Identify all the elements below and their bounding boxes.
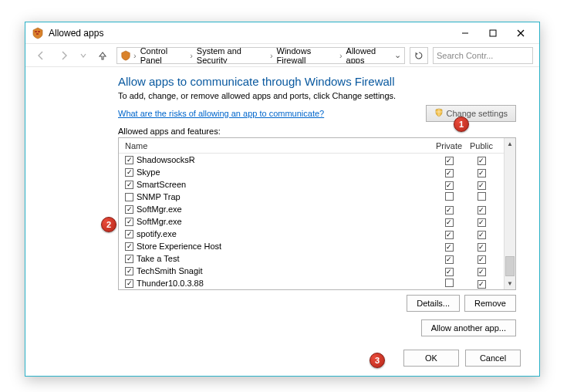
firewall-icon <box>32 27 44 39</box>
chevron-down-icon[interactable]: ⌄ <box>394 50 401 60</box>
private-checkbox[interactable]: ✓ <box>445 218 454 227</box>
app-name: Store Experience Host <box>137 242 221 251</box>
column-public[interactable]: Public <box>465 141 498 150</box>
row-enable-checkbox[interactable]: ✓ <box>125 156 133 164</box>
ok-button[interactable]: OK <box>403 350 459 367</box>
app-name: SNMP Trap <box>137 192 181 201</box>
change-settings-button[interactable]: Change settings <box>426 105 517 122</box>
forward-button[interactable] <box>55 47 73 64</box>
row-enable-checkbox[interactable]: ✓ <box>125 230 133 238</box>
public-checkbox[interactable]: ✓ <box>478 206 486 215</box>
public-checkbox[interactable]: ✓ <box>478 255 486 264</box>
public-checkbox[interactable]: ✓ <box>478 181 486 190</box>
recent-locations[interactable] <box>78 47 89 64</box>
row-enable-checkbox[interactable]: ✓ <box>125 168 133 177</box>
scroll-up-icon[interactable]: ▲ <box>505 138 515 150</box>
private-checkbox[interactable]: ✓ <box>445 157 454 165</box>
scrollbar[interactable]: ▲ ▼ <box>504 138 515 289</box>
breadcrumb[interactable]: Windows Firewall <box>275 47 337 64</box>
row-enable-checkbox[interactable]: ✓ <box>125 255 133 263</box>
scrollbar-thumb[interactable] <box>505 256 515 276</box>
remove-button[interactable]: Remove <box>464 295 516 312</box>
private-checkbox[interactable]: ✓ <box>445 169 454 177</box>
private-checkbox[interactable] <box>445 279 454 287</box>
refresh-button[interactable] <box>410 47 428 64</box>
table-row[interactable]: ✓SmartScreen✓✓ <box>119 178 504 191</box>
risks-link[interactable]: What are the risks of allowing an app to… <box>118 109 324 118</box>
minimize-button[interactable] <box>451 24 479 42</box>
maximize-button[interactable] <box>479 24 507 42</box>
apps-list: Name Private Public ✓ShadowsocksR✓✓✓Skyp… <box>118 137 516 290</box>
table-row[interactable]: ✓ShadowsocksR✓✓ <box>119 154 504 166</box>
private-checkbox[interactable] <box>445 192 454 201</box>
table-row[interactable]: ✓Thunder10.0.3.88✓ <box>119 289 504 290</box>
annotation-1: 1 <box>454 117 469 132</box>
breadcrumb[interactable]: System and Security <box>195 47 268 64</box>
up-button[interactable] <box>93 47 112 64</box>
chevron-right-icon: › <box>189 51 194 60</box>
close-button[interactable] <box>507 24 535 42</box>
public-checkbox[interactable]: ✓ <box>478 231 486 239</box>
breadcrumb[interactable]: Allowed apps <box>345 47 393 64</box>
app-name: SoftMgr.exe <box>137 217 182 226</box>
content-area: Allow apps to communicate through Window… <box>25 67 539 336</box>
row-enable-checkbox[interactable]: ✓ <box>125 267 133 275</box>
row-enable-checkbox[interactable]: ✓ <box>125 279 133 288</box>
scroll-down-icon[interactable]: ▼ <box>505 278 515 289</box>
table-row[interactable]: ✓SoftMgr.exe✓✓ <box>119 215 504 228</box>
public-checkbox[interactable]: ✓ <box>478 218 486 227</box>
public-checkbox[interactable]: ✓ <box>478 280 486 289</box>
column-name[interactable]: Name <box>125 141 433 150</box>
cancel-button[interactable]: Cancel <box>465 350 521 367</box>
svg-rect-0 <box>35 31 37 32</box>
row-enable-checkbox[interactable] <box>125 193 133 201</box>
search-placeholder: Search Contr... <box>437 51 493 60</box>
app-name: Skype <box>137 167 160 177</box>
window-frame: Allowed apps <box>25 22 540 377</box>
change-settings-label: Change settings <box>447 109 508 118</box>
table-row[interactable]: ✓TechSmith Snagit✓✓ <box>119 265 504 277</box>
firewall-icon <box>120 50 131 61</box>
breadcrumb-bar[interactable]: › Control Panel › System and Security › … <box>116 47 405 64</box>
svg-rect-4 <box>490 30 496 36</box>
table-row[interactable]: ✓Skype✓✓ <box>119 166 504 178</box>
table-row[interactable]: SNMP Trap <box>119 191 504 203</box>
table-row[interactable]: ✓Take a Test✓✓ <box>119 252 504 265</box>
column-private[interactable]: Private <box>433 141 465 150</box>
allow-another-app-button[interactable]: Allow another app... <box>421 319 516 336</box>
public-checkbox[interactable]: ✓ <box>478 243 486 252</box>
private-checkbox[interactable]: ✓ <box>445 243 454 252</box>
chevron-right-icon: › <box>339 51 343 60</box>
public-checkbox[interactable]: ✓ <box>478 157 486 165</box>
table-row[interactable]: ✓spotify.exe✓✓ <box>119 228 504 240</box>
row-enable-checkbox[interactable]: ✓ <box>125 181 133 189</box>
annotation-2: 2 <box>101 217 116 232</box>
breadcrumb[interactable]: Control Panel <box>139 47 188 64</box>
shield-icon <box>434 108 444 119</box>
app-name: SoftMgr.exe <box>137 204 182 214</box>
table-row[interactable]: ✓Store Experience Host✓✓ <box>119 240 504 252</box>
private-checkbox[interactable]: ✓ <box>445 181 454 190</box>
search-input[interactable]: Search Contr... <box>433 47 533 64</box>
window-title: Allowed apps <box>49 28 103 39</box>
private-checkbox[interactable]: ✓ <box>445 255 454 264</box>
app-name: Take a Test <box>137 254 179 263</box>
table-row[interactable]: ✓Thunder10.0.3.88✓ <box>119 277 504 289</box>
details-button[interactable]: Details... <box>407 295 460 312</box>
app-name: spotify.exe <box>137 229 177 238</box>
app-name: Thunder10.0.3.88 <box>137 279 204 288</box>
annotation-3: 3 <box>370 353 385 368</box>
public-checkbox[interactable]: ✓ <box>478 268 486 276</box>
chevron-right-icon: › <box>269 51 274 60</box>
private-checkbox[interactable]: ✓ <box>445 268 454 276</box>
row-enable-checkbox[interactable]: ✓ <box>125 242 133 251</box>
table-row[interactable]: ✓SoftMgr.exe✓✓ <box>119 203 504 215</box>
public-checkbox[interactable]: ✓ <box>478 169 486 177</box>
row-enable-checkbox[interactable]: ✓ <box>125 218 133 226</box>
row-enable-checkbox[interactable]: ✓ <box>125 205 133 214</box>
back-button[interactable] <box>32 47 50 64</box>
private-checkbox[interactable]: ✓ <box>445 206 454 215</box>
public-checkbox[interactable] <box>478 192 486 201</box>
private-checkbox[interactable]: ✓ <box>445 231 454 239</box>
address-bar-row: › Control Panel › System and Security › … <box>25 44 539 67</box>
